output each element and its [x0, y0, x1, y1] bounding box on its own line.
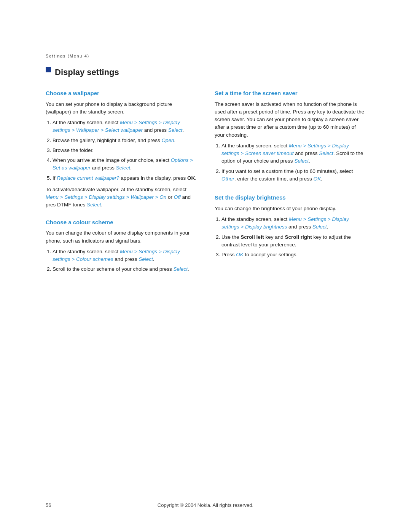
colour-scheme-heading: Choose a colour scheme — [46, 218, 196, 227]
colour-scheme-section: Choose a colour scheme You can change th… — [46, 218, 196, 273]
wallpaper-heading: Choose a wallpaper — [46, 89, 196, 97]
select-label7: Select — [294, 158, 309, 164]
brightness-intro: You can change the brightness of your ph… — [215, 205, 365, 212]
select-label5: Select — [173, 266, 188, 272]
menu-path: Menu > Settings > Display settings > Wal… — [53, 120, 180, 133]
wallpaper-intro: You can set your phone to display a back… — [46, 101, 196, 116]
select-label4: Select — [139, 256, 153, 262]
wallpaper-extra: To activate/deactivate wallpaper, at the… — [46, 186, 196, 209]
off-label: Off — [174, 194, 181, 200]
list-item: When you arrive at the image of your cho… — [53, 157, 196, 172]
list-item: At the standby screen, select Menu > Set… — [221, 142, 365, 165]
brightness-heading: Set the display brightness — [215, 193, 365, 202]
blue-square-icon — [46, 67, 51, 72]
wallpaper-section: Choose a wallpaper You can set your phon… — [46, 89, 196, 209]
list-item: At the standby screen, select Menu > Set… — [53, 248, 196, 264]
wallpaper-steps: At the standby screen, select Menu > Set… — [53, 119, 196, 182]
ok-label3: OK — [236, 252, 244, 257]
footer-copyright: Copyright © 2004 Nokia. All rights reser… — [0, 502, 411, 509]
scroll-left-label: Scroll left — [241, 234, 264, 240]
brightness-menu-path: Menu > Settings > Display settings > Dis… — [221, 216, 349, 230]
two-column-layout: Choose a wallpaper You can set your phon… — [46, 89, 365, 277]
ok-label2: OK — [314, 176, 321, 182]
right-column: Set a time for the screen saver The scre… — [215, 89, 365, 277]
menu-path2: Menu > Settings > Display settings > Wal… — [46, 194, 166, 200]
select-label3: Select — [87, 202, 101, 208]
select-label8: Select — [312, 224, 327, 230]
open-label: Open — [161, 137, 174, 143]
screen-saver-steps: At the standby screen, select Menu > Set… — [221, 142, 365, 183]
page-title: Display settings — [55, 66, 119, 78]
list-item: If Replace current wallpaper? appears in… — [53, 174, 196, 182]
other-label: Other — [221, 176, 234, 182]
select-label: Select — [168, 127, 183, 133]
brightness-section: Set the display brightness You can chang… — [215, 193, 365, 259]
page-container: Settings (Menu 4) Display settings Choos… — [0, 0, 411, 532]
brightness-steps: At the standby screen, select Menu > Set… — [221, 216, 365, 259]
list-item: At the standby screen, select Menu > Set… — [221, 216, 365, 231]
list-item: Browse the gallery, highlight a folder, … — [53, 137, 196, 144]
ok-label: OK — [187, 175, 195, 181]
list-item: Use the Scroll left key and Scroll right… — [221, 233, 365, 249]
list-item: At the standby screen, select Menu > Set… — [53, 119, 196, 134]
list-item: Press OK to accept your settings. — [221, 251, 365, 259]
select-label6: Select — [319, 150, 333, 156]
colour-scheme-steps: At the standby screen, select Menu > Set… — [53, 248, 196, 273]
list-item: Scroll to the colour scheme of your choi… — [53, 265, 196, 273]
left-column: Choose a wallpaper You can set your phon… — [46, 89, 196, 277]
main-title-row: Display settings — [46, 66, 365, 78]
screen-saver-heading: Set a time for the screen saver — [215, 89, 365, 97]
colour-menu-path: Menu > Settings > Display settings > Col… — [53, 249, 180, 262]
settings-label: Settings (Menu 4) — [46, 53, 365, 59]
list-item: If you want to set a custom time (up to … — [221, 168, 365, 183]
select-label2: Select — [116, 165, 131, 171]
colour-scheme-intro: You can change the colour of some displa… — [46, 229, 196, 245]
list-item: Browse the folder. — [53, 147, 196, 154]
scroll-right-label: Scroll right — [285, 234, 312, 240]
screen-saver-section: Set a time for the screen saver The scre… — [215, 89, 365, 183]
screen-saver-intro: The screen saver is activated when no fu… — [215, 101, 365, 139]
replace-label: Replace current wallpaper? — [57, 175, 119, 181]
